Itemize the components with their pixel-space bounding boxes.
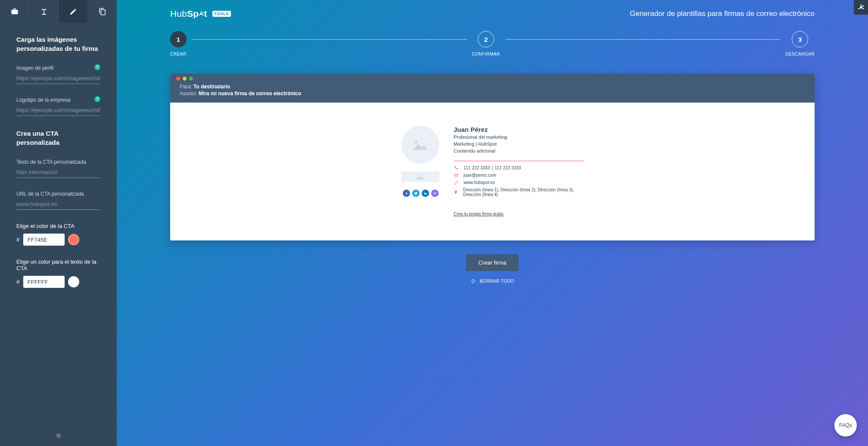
logo-placeholder — [401, 172, 439, 182]
email-icon — [454, 173, 458, 178]
facebook-icon[interactable] — [403, 190, 410, 197]
sidebar-tabs — [0, 0, 117, 23]
cta-text-color-label: Elige un color para el texto de la CTA — [16, 259, 100, 271]
linkedin-icon[interactable] — [422, 190, 429, 197]
pencil-icon — [69, 8, 77, 16]
signature-dept-company: Marketing | HubSpot — [454, 141, 584, 148]
step-connector — [505, 39, 781, 40]
company-logo-label: Logotipo de la empresa — [16, 97, 100, 103]
contact-website: www.hubspot.es — [454, 180, 584, 185]
step-number: 2 — [478, 31, 494, 47]
progress-steps: 1 CREAR 2 CONFIRMAR 3 DESCARGAR — [170, 31, 815, 56]
create-signature-button[interactable]: Crear firma — [466, 254, 518, 271]
help-icon[interactable]: ? — [94, 64, 100, 70]
chrome-zoom-icon — [189, 77, 193, 81]
briefcase-icon — [11, 8, 19, 16]
email-body: Juan Pérez Profesional del marketing Mar… — [170, 103, 815, 240]
cta-url-label: URL de la CTA personalizada — [16, 191, 100, 197]
pager-dot[interactable] — [57, 434, 60, 437]
section-cta-title: Crea una CTA personalizada — [16, 129, 100, 147]
clear-all-label: BORRAR TODO — [480, 279, 514, 284]
field-profile-image: Imagen de perfil ? — [16, 65, 100, 84]
logo-text: HubSpt — [170, 9, 207, 19]
link-icon — [454, 181, 458, 185]
chrome-minimize-icon — [183, 77, 187, 81]
copy-icon — [99, 8, 106, 16]
step-label: CREAR — [170, 52, 187, 56]
faqs-button[interactable]: FAQs — [834, 414, 857, 437]
phone-icon — [454, 165, 458, 170]
page-title: Generador de plantillas para firmas de c… — [630, 9, 815, 18]
contact-address: Dirección (línea 1), Dirección (línea 2)… — [454, 187, 584, 197]
help-icon[interactable]: ? — [94, 96, 100, 102]
tab-copy[interactable] — [88, 0, 117, 23]
step-confirmar[interactable]: 2 CONFIRMAR — [472, 31, 500, 56]
company-logo-input[interactable] — [16, 106, 100, 116]
step-label: CONFIRMAR — [472, 52, 500, 56]
cta-text-label: Texto de la CTA personalizada — [16, 159, 100, 165]
chrome-close-icon — [176, 77, 180, 81]
avatar-placeholder — [401, 126, 439, 164]
tab-typography[interactable] — [29, 0, 59, 23]
svg-point-10 — [415, 140, 418, 143]
signature-divider — [454, 161, 584, 161]
cta-color-input[interactable] — [23, 234, 65, 246]
svg-point-11 — [417, 175, 419, 176]
step-number: 1 — [170, 31, 187, 47]
email-to-value: Tu destinatario — [193, 84, 230, 90]
step-descargar[interactable]: 3 DESCARGAR — [785, 31, 815, 56]
svg-point-14 — [436, 192, 436, 193]
cta-color-label: Elige el color de la CTA — [16, 223, 100, 229]
email-preview-window: Para: Tu destinatario Asunto: Mira mi nu… — [170, 74, 815, 240]
field-cta-text-color: Elige un color para el texto de la CTA # — [16, 259, 100, 288]
tab-content[interactable] — [0, 0, 29, 23]
image-placeholder-icon — [412, 138, 429, 151]
profile-image-input[interactable] — [16, 74, 100, 84]
field-cta-url: URL de la CTA personalizada — [16, 191, 100, 210]
field-company-logo: Logotipo de la empresa ? — [16, 97, 100, 116]
signature-extra: Contenido adicional — [454, 148, 584, 155]
hash-symbol: # — [16, 278, 20, 285]
refresh-icon — [471, 279, 476, 284]
sidebar: Carga las imágenes personalizadas de tu … — [0, 0, 117, 446]
tools-badge: TOOLS — [212, 11, 231, 17]
svg-point-13 — [434, 193, 436, 194]
hubspot-logo: HubSpt TOOLS — [170, 9, 231, 19]
contact-phone: 111 222 3333111 222 3333 — [454, 165, 584, 170]
section-upload-images-title: Carga las imágenes personalizadas de tu … — [16, 35, 100, 53]
topbar: HubSpt TOOLS Generador de plantillas par… — [170, 9, 815, 19]
step-label: DESCARGAR — [785, 52, 815, 56]
phone2: 111 222 3333 — [495, 165, 521, 170]
cta-url-input[interactable] — [16, 200, 100, 210]
svg-rect-0 — [41, 14, 46, 15]
tab-design[interactable] — [59, 0, 88, 23]
email-header: Para: Tu destinatario Asunto: Mira mi nu… — [170, 84, 815, 103]
main-area: HubSpt TOOLS Generador de plantillas par… — [117, 0, 868, 446]
sidebar-body: Carga las imágenes personalizadas de tu … — [0, 23, 117, 430]
sidebar-pager — [0, 430, 117, 446]
signature-job-title: Profesional del marketing — [454, 134, 584, 141]
field-cta-color: Elige el color de la CTA # — [16, 223, 100, 246]
hubspot-sprocket-icon[interactable] — [854, 0, 868, 15]
cta-text-color-input[interactable] — [23, 276, 65, 288]
step-crear[interactable]: 1 CREAR — [170, 31, 187, 56]
signature-preview: Juan Pérez Profesional del marketing Mar… — [401, 126, 584, 217]
social-links — [403, 190, 439, 197]
address-value: Dirección (línea 1), Dirección (línea 2)… — [463, 187, 584, 197]
contact-email: juan@perez.com — [454, 173, 584, 178]
image-placeholder-icon — [416, 173, 425, 180]
cta-text-color-swatch[interactable] — [68, 276, 79, 287]
instagram-icon[interactable] — [431, 190, 439, 197]
email-value: juan@perez.com — [464, 173, 496, 178]
cta-color-swatch[interactable] — [68, 234, 79, 245]
create-signature-link[interactable]: Crea tu propia firma gratis — [454, 212, 504, 216]
twitter-icon[interactable] — [412, 190, 420, 197]
phone-separator — [492, 166, 492, 170]
step-number: 3 — [792, 31, 808, 47]
email-subject-label: Asunto: — [180, 90, 197, 97]
cta-text-input[interactable] — [16, 168, 100, 178]
step-connector — [192, 39, 467, 40]
actions: Crear firma BORRAR TODO — [170, 254, 815, 284]
clear-all-button[interactable]: BORRAR TODO — [471, 279, 514, 284]
signature-name: Juan Pérez — [454, 126, 584, 133]
